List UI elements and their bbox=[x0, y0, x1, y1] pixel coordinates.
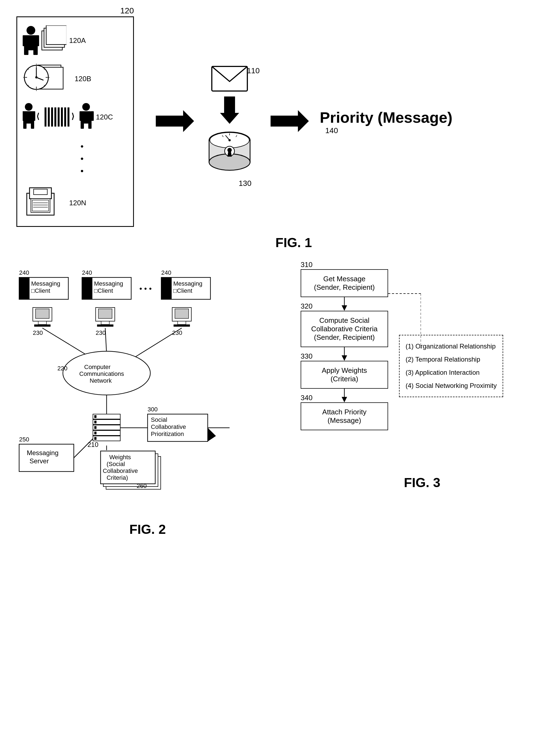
fig1-item-120b: 120B bbox=[23, 64, 128, 94]
svg-rect-52 bbox=[32, 200, 49, 211]
svg-rect-41 bbox=[68, 107, 69, 127]
svg-text:Collaborative: Collaborative bbox=[151, 423, 186, 430]
fig3-section: 310 Get Message (Sender, Recipient) 320 bbox=[301, 267, 544, 490]
svg-text:Network: Network bbox=[90, 377, 112, 384]
svg-marker-150 bbox=[342, 355, 347, 361]
svg-rect-117 bbox=[93, 436, 120, 441]
svg-text:Server: Server bbox=[30, 457, 49, 465]
label-320: 320 bbox=[301, 302, 312, 311]
svg-text:Collaborative: Collaborative bbox=[103, 467, 138, 474]
svg-rect-122 bbox=[94, 437, 96, 440]
svg-rect-118 bbox=[94, 415, 96, 418]
svg-rect-53 bbox=[34, 189, 47, 195]
flow-box-340: Attach Priority (Message) bbox=[301, 402, 388, 430]
svg-text:⟨: ⟨ bbox=[36, 112, 39, 121]
svg-rect-96 bbox=[101, 321, 109, 324]
svg-text:□Client: □Client bbox=[94, 287, 113, 294]
clock-pages-icon bbox=[23, 64, 72, 94]
svg-rect-100 bbox=[175, 309, 189, 318]
flow-box-330: Apply Weights (Criteria) bbox=[301, 361, 388, 389]
svg-rect-79 bbox=[82, 277, 92, 299]
svg-text:Messaging: Messaging bbox=[27, 449, 58, 456]
svg-rect-92 bbox=[34, 324, 51, 327]
svg-text:230: 230 bbox=[96, 329, 106, 336]
fig1-item-120c: ⟨ ⟩ bbox=[23, 102, 128, 132]
svg-rect-47 bbox=[80, 111, 83, 121]
svg-rect-40 bbox=[64, 107, 66, 127]
svg-rect-113 bbox=[93, 414, 120, 419]
svg-marker-126 bbox=[208, 428, 216, 441]
svg-text:300: 300 bbox=[148, 406, 158, 413]
printer-icon bbox=[23, 185, 66, 221]
svg-line-105 bbox=[105, 328, 107, 354]
svg-rect-36 bbox=[51, 107, 53, 127]
svg-point-27 bbox=[25, 103, 33, 111]
fig2-section: Messaging □Client 240 Messaging □Client … bbox=[16, 267, 279, 537]
svg-rect-91 bbox=[38, 321, 46, 324]
svg-marker-148 bbox=[342, 305, 347, 311]
svg-text:Communications: Communications bbox=[79, 370, 124, 377]
svg-text:Messaging: Messaging bbox=[94, 280, 123, 287]
svg-rect-5 bbox=[35, 35, 39, 46]
label-110: 110 bbox=[247, 66, 260, 75]
svg-text:Computer: Computer bbox=[84, 364, 111, 370]
label-310: 310 bbox=[301, 260, 312, 269]
svg-rect-97 bbox=[97, 324, 113, 327]
label-120a: 120A bbox=[69, 36, 86, 45]
svg-point-43 bbox=[82, 103, 90, 111]
svg-text:□Client: □Client bbox=[173, 287, 192, 294]
svg-text:⟩: ⟩ bbox=[71, 112, 74, 121]
svg-text:Prioritization: Prioritization bbox=[151, 431, 184, 437]
arrow-right-1 bbox=[156, 110, 194, 133]
svg-text:240: 240 bbox=[19, 269, 29, 276]
svg-line-146 bbox=[74, 439, 93, 458]
analyzer-center: 110 bbox=[205, 64, 254, 180]
arrow-right-2 bbox=[271, 110, 309, 133]
dots-120: • • • bbox=[23, 140, 128, 177]
svg-text:220: 220 bbox=[57, 365, 68, 372]
svg-text:210: 210 bbox=[87, 441, 98, 448]
svg-rect-31 bbox=[23, 111, 25, 121]
flow-box-320: Compute Social Collaborative Criteria (S… bbox=[301, 311, 388, 347]
svg-rect-102 bbox=[174, 324, 190, 327]
svg-marker-57 bbox=[156, 110, 194, 132]
fig3-caption: FIG. 3 bbox=[404, 475, 440, 490]
svg-rect-84 bbox=[161, 277, 172, 299]
svg-marker-59 bbox=[220, 96, 239, 124]
svg-text:Messaging: Messaging bbox=[173, 280, 202, 287]
fig1-box: 120A bbox=[16, 16, 134, 227]
flow-box-310: Get Message (Sender, Recipient) bbox=[301, 269, 388, 297]
svg-rect-119 bbox=[94, 421, 96, 423]
svg-text:• • •: • • • bbox=[139, 284, 152, 293]
svg-rect-38 bbox=[58, 107, 60, 127]
svg-rect-115 bbox=[93, 425, 120, 430]
label-120c: 120C bbox=[96, 113, 113, 121]
priority-text: Priority (Message) bbox=[320, 109, 453, 126]
svg-rect-121 bbox=[94, 432, 96, 434]
fig1-item-120a: 120A bbox=[23, 25, 128, 55]
svg-point-0 bbox=[27, 26, 35, 35]
fig2-diagram: Messaging □Client 240 Messaging □Client … bbox=[16, 267, 279, 518]
svg-rect-90 bbox=[36, 309, 49, 318]
fig2-caption: FIG. 2 bbox=[129, 522, 166, 537]
label-330: 330 bbox=[301, 352, 312, 361]
svg-rect-95 bbox=[98, 309, 112, 318]
label-340: 340 bbox=[301, 394, 312, 402]
svg-text:260: 260 bbox=[137, 482, 147, 489]
label-120: 120 bbox=[120, 6, 134, 15]
svg-text:(Social: (Social bbox=[107, 461, 125, 467]
label-120n: 120N bbox=[69, 199, 86, 207]
person-pages-icon bbox=[23, 25, 66, 55]
svg-text:□Client: □Client bbox=[31, 287, 50, 294]
svg-rect-120 bbox=[94, 426, 96, 429]
svg-rect-101 bbox=[178, 321, 186, 324]
svg-text:Social: Social bbox=[151, 416, 167, 423]
criteria-list-box: (1) Organizational Relationship (2) Temp… bbox=[399, 335, 503, 397]
svg-point-70 bbox=[227, 148, 232, 152]
svg-rect-4 bbox=[23, 35, 27, 46]
svg-text:230: 230 bbox=[33, 329, 43, 336]
svg-text:Criteria): Criteria) bbox=[107, 474, 128, 481]
people-bars-icon: ⟨ ⟩ bbox=[23, 102, 94, 132]
svg-text:240: 240 bbox=[161, 269, 171, 276]
analyzer-icon bbox=[205, 124, 254, 178]
